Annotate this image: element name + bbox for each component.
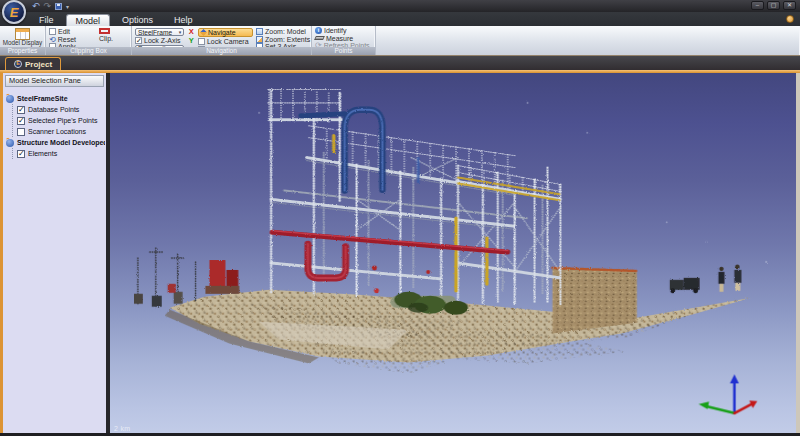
qat-menu-caret-icon[interactable]: ▾ xyxy=(66,3,69,10)
ribbon-tab-row: File Model Options Help xyxy=(0,12,800,26)
reset-button[interactable]: ⟲ Reset xyxy=(49,36,95,43)
zoom-model-icon xyxy=(256,28,263,35)
measure-ruler-icon xyxy=(314,36,325,40)
axis-triad xyxy=(699,374,758,413)
tree-item-label: Elements xyxy=(28,150,57,157)
scanner-locations-checkbox[interactable] xyxy=(17,128,25,136)
lock-z-axis-row[interactable]: Lock Z-Axis xyxy=(135,37,184,44)
document-tab-strip: E Project xyxy=(0,56,800,70)
elements-checkbox[interactable] xyxy=(17,150,25,158)
tree-item-database-points[interactable]: Database Points xyxy=(17,104,105,115)
tree-item-label: Selected Pipe's Points xyxy=(28,117,97,124)
lock-z-axis-checkbox[interactable] xyxy=(135,37,142,44)
database-points-checkbox[interactable] xyxy=(17,106,25,114)
project-tab-label: Project xyxy=(25,60,52,69)
ribbon: Model Display Properties Edit ⟲ Reset Ap… xyxy=(0,26,800,56)
tab-options[interactable]: Options xyxy=(113,14,162,26)
ribbon-tabs: File Model Options Help xyxy=(30,14,202,26)
edit-checkbox-row[interactable]: Edit xyxy=(49,28,95,35)
minimize-button[interactable]: – xyxy=(751,1,764,10)
tree-item-selected-pipes-points[interactable]: Selected Pipe's Points xyxy=(17,115,105,126)
model-display-label: Model Display xyxy=(2,40,44,47)
window-controls: – ▢ ✕ xyxy=(751,1,796,10)
3d-viewport[interactable]: 2 km xyxy=(110,73,800,433)
tree-children: Elements xyxy=(12,148,105,159)
project-tab-icon: E xyxy=(14,60,22,68)
identify-button[interactable]: i Identify xyxy=(315,27,372,34)
edit-label: Edit xyxy=(58,28,70,35)
point-cloud-scene[interactable] xyxy=(110,73,796,433)
maximize-button[interactable]: ▢ xyxy=(767,1,780,10)
compass-icon xyxy=(200,29,207,36)
lock-camera-label: Lock Camera xyxy=(207,38,249,45)
clip-region-icon[interactable] xyxy=(99,28,110,34)
model-display-button[interactable]: Model Display xyxy=(3,27,42,47)
scene xyxy=(134,89,767,373)
scale-label: 2 km xyxy=(114,425,130,432)
model-selection-pane: Model Selection Pane SteelFrameSite Data… xyxy=(0,73,110,433)
clip-label: Clip. xyxy=(99,35,113,42)
tree-node-structure-model[interactable]: Structure Model DevelopedCMT xyxy=(6,137,105,148)
tab-file[interactable]: File xyxy=(30,14,63,26)
title-bar: ↶ ↷ ▾ – ▢ ✕ xyxy=(0,0,800,12)
tree-node-label: Structure Model DevelopedCMT xyxy=(17,139,105,146)
zoom-extents-label: Zoom: Extents xyxy=(265,36,310,43)
reset-icon: ⟲ xyxy=(49,36,56,43)
undo-icon[interactable]: ↶ xyxy=(32,0,40,12)
clip-button[interactable]: Clip. xyxy=(99,35,128,42)
navigate-label: Navigate xyxy=(208,29,236,36)
identify-info-icon: i xyxy=(315,27,322,34)
ribbon-group-points: i Identify Measure ⟳ Refresh Points Poin… xyxy=(312,26,376,55)
edit-checkbox[interactable] xyxy=(49,28,56,35)
redo-icon[interactable]: ↷ xyxy=(44,0,52,12)
group-label-clipping-box: Clipping Box xyxy=(46,47,131,55)
zoom-extents-icon xyxy=(256,36,263,43)
site-equipment-left xyxy=(134,248,196,307)
figures-right xyxy=(670,265,742,294)
zoom-extents-button[interactable]: Zoom: Extents xyxy=(256,36,308,43)
identify-label: Identify xyxy=(324,27,347,34)
tree-node-label: SteelFrameSite xyxy=(17,95,68,102)
group-label-properties: Properties xyxy=(0,47,45,55)
save-icon[interactable] xyxy=(55,3,62,10)
tab-model[interactable]: Model xyxy=(66,14,111,26)
tree-item-elements[interactable]: Elements xyxy=(17,148,105,159)
project-document-tab[interactable]: E Project xyxy=(5,57,61,70)
tree-node-steelframesite[interactable]: SteelFrameSite xyxy=(6,93,105,104)
ribbon-group-navigation: SteelFrame ▾ Lock Z-Axis Perspective ▾ X… xyxy=(132,26,312,55)
group-label-points: Points xyxy=(312,47,375,55)
tree-children: Database Points Selected Pipe's Points S… xyxy=(12,104,105,137)
ribbon-group-properties: Model Display Properties xyxy=(0,26,46,55)
ribbon-group-clipping-box: Edit ⟲ Reset Apply Clip. Clipping Box xyxy=(46,26,132,55)
main-content: Model Selection Pane SteelFrameSite Data… xyxy=(0,73,800,433)
pane-header: Model Selection Pane xyxy=(5,75,104,87)
chevron-down-icon: ▾ xyxy=(179,29,182,35)
view-preset-dropdown[interactable]: SteelFrame ▾ xyxy=(135,28,184,36)
zoom-model-button[interactable]: Zoom: Model xyxy=(256,28,308,35)
site-globe-icon xyxy=(6,139,14,147)
site-globe-icon xyxy=(6,95,14,103)
measure-button[interactable]: Measure xyxy=(315,35,372,42)
model-tree: SteelFrameSite Database Points Selected … xyxy=(3,89,106,159)
quick-access-toolbar: ↶ ↷ ▾ xyxy=(32,0,69,12)
app-window: { "window": {"logo_letter":"E","minimize… xyxy=(0,0,800,436)
help-dot-icon[interactable] xyxy=(786,15,794,23)
tree-item-scanner-locations[interactable]: Scanner Locations xyxy=(17,126,105,137)
app-logo[interactable]: E xyxy=(2,0,26,24)
tree-item-label: Scanner Locations xyxy=(28,128,86,135)
measure-label: Measure xyxy=(326,35,353,42)
selected-pipes-points-checkbox[interactable] xyxy=(17,117,25,125)
retaining-wall xyxy=(552,268,637,334)
lock-camera-row[interactable]: Lock Camera xyxy=(198,38,253,45)
navigate-button[interactable]: Navigate xyxy=(198,28,253,37)
tab-help[interactable]: Help xyxy=(165,14,202,26)
lock-camera-checkbox[interactable] xyxy=(198,38,205,45)
view-preset-value: SteelFrame xyxy=(138,29,172,36)
lock-z-axis-label: Lock Z-Axis xyxy=(144,37,181,44)
reset-label: Reset xyxy=(58,36,76,43)
group-label-navigation: Navigation xyxy=(132,47,311,55)
close-button[interactable]: ✕ xyxy=(783,1,796,10)
app-logo-letter: E xyxy=(10,6,19,19)
zoom-model-label: Zoom: Model xyxy=(265,28,306,35)
ribbon-empty-area xyxy=(376,26,800,55)
